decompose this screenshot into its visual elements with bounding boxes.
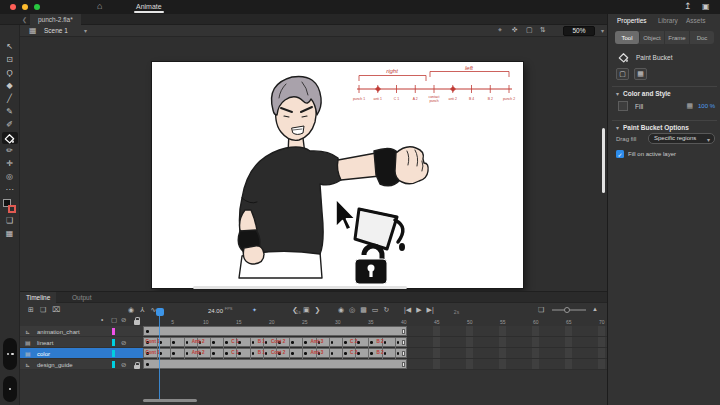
layer-tracks[interactable]: Cont 1Anti 2C 1B 1Cont 2Anti 3C 2B 2Cont… (143, 326, 607, 370)
paint-bucket-tool[interactable] (2, 132, 18, 144)
scene-chevron-icon[interactable]: ▾ (84, 27, 87, 34)
timeline-horizontal-scrollbar[interactable] (143, 399, 197, 402)
layer-row-lineart[interactable]: ▤lineart⊘ (20, 337, 143, 348)
layer-outline-color-chip[interactable] (112, 328, 115, 335)
frame-rate-value[interactable]: 24.00 FPS (208, 306, 232, 314)
layer-parenting-icon[interactable]: ⅄ (140, 306, 144, 313)
lasso-tool[interactable]: Ϙ (2, 67, 18, 79)
layer-track-color[interactable]: Cont 1Anti 2C 1B 1Cont 2Anti 3C 2B 2 (143, 348, 407, 358)
next-keyframe-icon[interactable]: ❯ (315, 306, 321, 313)
lock-fill-button[interactable]: ▦ (634, 68, 647, 80)
bucket-options-section-header[interactable]: ▾Paint Bucket Options (616, 124, 689, 131)
layer-hidden-icon[interactable]: ⊘ (121, 361, 126, 369)
home-icon[interactable]: ⌂ (97, 1, 102, 11)
layer-track-animation_chart[interactable] (143, 326, 407, 336)
outline-all-icon[interactable]: ▢ (111, 317, 117, 324)
timeline-zoom-slider[interactable] (552, 309, 586, 311)
layer-row-design_guide[interactable]: ⊾design_guide⊘ (20, 359, 143, 370)
paint-bucket-cursor (355, 209, 405, 251)
line-tool[interactable]: ╱ (2, 93, 18, 105)
app-tab[interactable]: Animate (130, 0, 168, 14)
highlight-all-icon[interactable]: • (101, 317, 103, 324)
pencil-tool[interactable]: ✏ (2, 145, 18, 157)
frame-label: C 1 (231, 339, 238, 344)
subselection-tool[interactable]: ⊡ (2, 54, 18, 66)
fill-alpha-value[interactable]: 100 % (698, 103, 715, 109)
timeline-ruler[interactable]: 5101520253035404550556065701s2s (143, 316, 607, 326)
workspace-icon[interactable]: ▣ (702, 2, 710, 11)
maximize-window-button[interactable] (34, 4, 40, 10)
tab-timeline[interactable]: Timeline (20, 292, 56, 303)
timeline-options-icon[interactable]: ❏ (538, 306, 544, 313)
drag-fill-select[interactable]: Specific regions ▾ (648, 133, 715, 144)
docked-panel-pill[interactable] (3, 338, 17, 370)
layer-hidden-icon[interactable]: ⊘ (121, 339, 126, 347)
onion-skin-outlines-icon[interactable]: ◎ (349, 306, 355, 313)
new-layer-icon[interactable]: ⊞ (28, 306, 34, 313)
edit-bar: ▦ Scene 1 ▾ ⌖ ✜ ▢ ⇅ 50% ▾ (20, 25, 607, 37)
ruler-number: 30 (335, 319, 341, 325)
subtab-object[interactable]: Object (640, 31, 665, 44)
zoom-chevron-icon[interactable]: ▾ (601, 27, 604, 34)
edit-multiple-frames-icon[interactable]: ▩ (360, 306, 367, 313)
step-forward-icon[interactable]: ▶| (427, 306, 434, 313)
layer-outline-color-chip[interactable] (112, 361, 115, 368)
new-folder-icon[interactable]: ❏ (40, 306, 46, 313)
docked-panel-pill[interactable] (3, 376, 17, 402)
stage-vertical-scrollbar[interactable] (602, 128, 605, 193)
play-icon[interactable]: ▶ (416, 306, 421, 313)
more-tools[interactable]: ⋯ (2, 184, 18, 196)
zoom-mountain-icon[interactable]: ▲ (592, 306, 598, 312)
stage-zoom-select[interactable]: 50% (563, 26, 595, 36)
cursor-overlay (325, 193, 415, 293)
frame-label: B 1 (258, 350, 265, 355)
gap-size-button[interactable]: ▢ (616, 68, 629, 80)
subtab-frame[interactable]: Frame (665, 31, 690, 44)
tab-output[interactable]: Output (66, 292, 98, 303)
subtab-tool[interactable]: Tool (615, 31, 640, 44)
fit-stage-icon[interactable]: ⇅ (540, 26, 546, 34)
center-stage-icon[interactable]: ⌖ (498, 26, 502, 34)
fill-swatch[interactable] (618, 101, 628, 111)
layer-outline-color-chip[interactable] (112, 350, 115, 357)
fill-color-swatch[interactable] (8, 205, 16, 213)
share-icon[interactable]: ↥ (684, 1, 692, 11)
tab-properties[interactable]: Properties (617, 17, 647, 24)
tab-assets[interactable]: Assets (686, 17, 706, 24)
rectangle-tool[interactable]: ❏ (2, 215, 18, 227)
clip-content-icon[interactable]: ▢ (526, 26, 533, 34)
swatch-grid-icon[interactable]: ▦ (686, 102, 693, 110)
subtab-doc[interactable]: Doc (690, 31, 714, 44)
selection-tool[interactable]: ↖ (2, 41, 18, 53)
zoom-tool[interactable]: ◎ (2, 171, 18, 183)
layer-track-lineart[interactable]: Cont 1Anti 2C 1B 1Cont 2Anti 3C 2B 2 (143, 337, 407, 347)
document-tab[interactable]: punch-2.fla* (30, 14, 81, 25)
slider-knob[interactable] (564, 307, 570, 313)
eraser-tool[interactable]: ◆ (2, 80, 18, 92)
tab-library[interactable]: Library (658, 17, 678, 24)
add-camera-icon[interactable]: ◉ (128, 306, 134, 313)
onion-skin-icon[interactable]: ◉ (338, 306, 344, 313)
fluid-brush-tool[interactable]: ✎ (2, 106, 18, 118)
layer-track-design_guide[interactable] (143, 359, 407, 369)
classic-brush-tool[interactable]: ✐ (2, 119, 18, 131)
layer-lock-icon[interactable] (134, 363, 140, 370)
hand-tool[interactable]: ✛ (2, 158, 18, 170)
delete-layer-icon[interactable]: ⌧ (52, 306, 60, 313)
rotate-view-icon[interactable]: ✜ (512, 26, 518, 34)
close-window-button[interactable] (10, 4, 16, 10)
create-camera-icon[interactable]: ▭ (372, 306, 379, 313)
minimize-window-button[interactable] (22, 4, 28, 10)
layer-outline-color-chip[interactable] (112, 339, 115, 346)
collapse-chevron-icon[interactable]: ❮ (22, 16, 27, 23)
grid-options[interactable]: ▦ (2, 228, 18, 240)
layer-row-animation_chart[interactable]: ⊾animation_chart (20, 326, 143, 337)
fill-on-active-layer-checkbox[interactable]: ✓ (616, 150, 624, 158)
scene-name[interactable]: Scene 1 (44, 27, 68, 34)
layer-row-color[interactable]: ▤color (20, 348, 143, 359)
hide-all-icon[interactable]: ⊘ (121, 317, 126, 324)
loop-icon[interactable]: ↻ (383, 306, 389, 313)
color-style-section-header[interactable]: ▾Color and Style (616, 90, 671, 97)
step-back-icon[interactable]: |◀ (404, 306, 411, 313)
center-frame-icon[interactable]: ▣ (303, 306, 310, 313)
